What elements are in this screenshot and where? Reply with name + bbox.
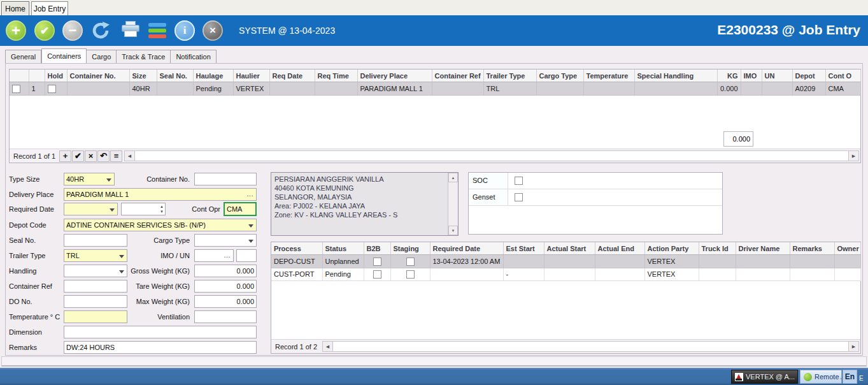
list-icon[interactable] xyxy=(147,20,167,41)
gross-weight-input[interactable] xyxy=(194,265,257,277)
b2b-checkbox[interactable] xyxy=(373,270,381,279)
handling-select[interactable] xyxy=(64,265,127,277)
scroll-left-icon[interactable]: ◀ xyxy=(322,341,333,352)
cargo-type-label: Cargo Type xyxy=(145,236,190,244)
type-size-select[interactable]: 40HR xyxy=(64,173,115,185)
dimension-label: Dimension xyxy=(9,328,42,336)
save-icon[interactable]: ✔ xyxy=(34,20,55,41)
soc-checkbox[interactable] xyxy=(515,177,523,185)
genset-checkbox[interactable] xyxy=(515,193,523,201)
undo-record-button[interactable]: ↶ xyxy=(97,150,110,162)
section-tabs: General Containers Cargo Track & Trace N… xyxy=(5,50,217,64)
process-grid-hscrollbar[interactable]: ◀ ▶ xyxy=(322,341,859,352)
address-line: 40460 KOTA KEMUNING xyxy=(274,184,446,192)
scroll-down-icon[interactable]: ▼ xyxy=(448,226,458,235)
scroll-up-icon[interactable]: ▲ xyxy=(448,173,458,182)
close-icon[interactable]: × xyxy=(203,20,223,41)
info-icon[interactable]: i xyxy=(174,20,195,41)
depot-code-label: Depot Code xyxy=(9,221,46,229)
doc-tab-home[interactable]: Home xyxy=(1,1,29,15)
cont-opr-input[interactable] xyxy=(224,202,257,216)
tab-cargo[interactable]: Cargo xyxy=(87,50,117,64)
scroll-right-icon[interactable]: ▶ xyxy=(848,341,859,352)
staging-checkbox[interactable] xyxy=(406,258,415,266)
dropdown-icon xyxy=(119,270,124,273)
container-grid-hscrollbar[interactable]: ◀ ▶ xyxy=(124,150,859,161)
commit-record-button[interactable]: ✔ xyxy=(72,150,84,162)
un-input[interactable] xyxy=(236,249,257,262)
tab-notification[interactable]: Notification xyxy=(171,50,216,64)
grid-menu-button[interactable]: ≡ xyxy=(110,150,122,162)
delivery-place-label: Delivery Place xyxy=(9,191,53,198)
remarks-input[interactable] xyxy=(64,341,257,354)
browse-ellipsis-icon[interactable]: … xyxy=(224,251,231,259)
record-count-label: Record 1 of 1 xyxy=(13,152,55,160)
hold-checkbox[interactable] xyxy=(48,85,56,93)
process-grid-header: ProcessStatus B2BStaging Required DateEs… xyxy=(271,242,860,255)
genset-label: Genset xyxy=(473,193,495,201)
refresh-icon[interactable] xyxy=(90,20,111,41)
cancel-record-button[interactable]: × xyxy=(85,150,97,162)
process-row[interactable]: DEPO-CUST Unplanned 13-04-2023 12:00 AM … xyxy=(271,255,860,268)
imo-field[interactable]: … xyxy=(194,249,234,262)
staging-checkbox[interactable] xyxy=(406,270,415,279)
address-line: Zone: KV - KLANG VALLEY AREAS - S xyxy=(274,210,446,219)
doc-tab-job-entry[interactable]: Job Entry xyxy=(31,1,68,15)
max-weight-input[interactable] xyxy=(194,295,257,308)
container-grid: HoldContainer No. SizeSeal No. HaulageHa… xyxy=(9,69,861,163)
scroll-track[interactable] xyxy=(333,341,848,352)
gross-weight-label: Gross Weight (KG) xyxy=(127,267,190,275)
container-row[interactable]: 1 40HR Pending VERTEX PARADIGM MALL 1 TR… xyxy=(10,82,860,96)
container-no-input[interactable] xyxy=(194,173,257,185)
required-date-select[interactable] xyxy=(64,203,118,215)
soc-label: SOC xyxy=(473,177,488,184)
row-select-checkbox[interactable] xyxy=(12,85,20,93)
taskbar-vertex-button[interactable]: VERTEX @ A... xyxy=(731,370,798,384)
scroll-left-icon[interactable]: ◀ xyxy=(124,150,135,161)
print-icon[interactable] xyxy=(120,20,141,41)
add-icon[interactable]: + xyxy=(6,20,26,41)
dropdown-icon xyxy=(248,240,253,243)
delivery-address-panel: PERSIARAN ANGGERIK VANILLA 40460 KOTA KE… xyxy=(271,172,459,236)
seal-no-input[interactable] xyxy=(64,234,127,247)
trailer-type-select[interactable]: TRL xyxy=(64,249,127,262)
depot-code-select[interactable]: ADTINE CONTAINER SERVICES S/B- (N/P) xyxy=(64,219,257,231)
container-ref-label: Container Ref xyxy=(9,282,52,290)
cont-opr-label: Cont Opr xyxy=(157,205,220,213)
remarks-label: Remarks xyxy=(9,344,37,351)
trailer-type-label: Trailer Type xyxy=(9,252,45,259)
scroll-right-icon[interactable]: ▶ xyxy=(848,150,859,161)
container-grid-header: HoldContainer No. SizeSeal No. HaulageHa… xyxy=(10,69,860,82)
do-no-input[interactable] xyxy=(64,295,127,308)
vertex-logo-icon xyxy=(735,373,743,381)
tab-general[interactable]: General xyxy=(5,50,41,64)
tare-weight-input[interactable] xyxy=(194,280,257,293)
dimension-input[interactable] xyxy=(64,326,257,338)
windows-taskbar: VERTEX @ A... Remote A En E xyxy=(0,368,868,385)
process-row[interactable]: CUST-PORT Pending - VERTEX xyxy=(271,268,860,281)
remote-app-icon xyxy=(804,373,812,381)
cargo-type-select[interactable] xyxy=(194,234,257,247)
scroll-track[interactable] xyxy=(135,150,848,161)
tab-containers[interactable]: Containers xyxy=(41,48,87,64)
language-indicator[interactable]: En xyxy=(843,370,857,384)
document-tab-strip: Home Job Entry xyxy=(0,0,868,15)
taskbar-remote-button[interactable]: Remote A xyxy=(800,370,842,384)
b2b-checkbox[interactable] xyxy=(373,258,381,266)
address-line: PERSIARAN ANGGERIK VANILLA xyxy=(274,175,446,184)
container-ref-input[interactable] xyxy=(64,280,127,293)
page-title: E2300233 @ Job Entry xyxy=(717,22,860,38)
address-line: Area: PJ002 - KELANA JAYA xyxy=(274,201,446,210)
ventilation-input[interactable] xyxy=(194,310,257,323)
browse-ellipsis-icon[interactable]: … xyxy=(246,190,254,198)
main-toolbar: + ✔ − i × SYSTEM @ 13-04-2023 E2300233 @… xyxy=(0,15,868,46)
tray-e-label: E xyxy=(859,375,864,382)
status-bar xyxy=(1,356,867,367)
address-vscrollbar[interactable]: ▲ ▼ xyxy=(448,173,458,235)
handling-label: Handling xyxy=(9,267,36,275)
delete-icon[interactable]: − xyxy=(62,20,83,41)
temperature-input[interactable] xyxy=(64,310,127,323)
append-record-button[interactable]: + xyxy=(59,150,71,162)
delivery-place-field[interactable]: PARADIGM MALL 1 … xyxy=(64,188,257,201)
tab-track-trace[interactable]: Track & Trace xyxy=(117,50,171,64)
